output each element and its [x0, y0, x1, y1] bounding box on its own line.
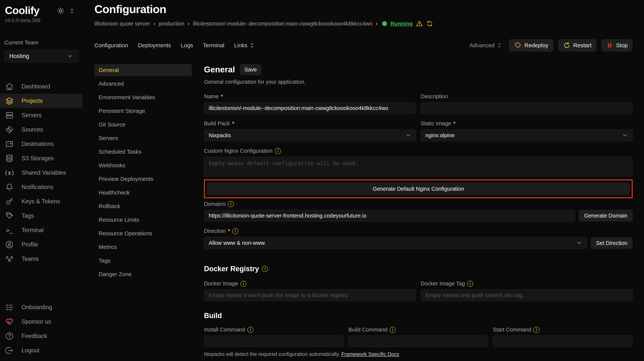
sidebar-item-sponsor-us[interactable]: Sponsor us	[0, 314, 82, 329]
restart-button[interactable]: Restart	[558, 39, 596, 52]
status-dot	[382, 21, 387, 26]
build-title: Build	[204, 312, 222, 320]
sidebar-item-label: Destinations	[22, 141, 54, 147]
sidebar-item-servers[interactable]: Servers	[0, 108, 82, 123]
advanced-dropdown[interactable]: Advanced	[469, 42, 502, 49]
team-select[interactable]: Hosting	[4, 50, 78, 62]
subnav-tags[interactable]: Tags	[94, 255, 192, 267]
sidebar-item-label: Tags	[22, 212, 34, 219]
subnav-resource-operations[interactable]: Resource Operations	[94, 227, 192, 239]
info-icon[interactable]: i	[232, 228, 238, 234]
status-badge[interactable]: Running	[390, 21, 413, 27]
sidebar-item-teams[interactable]: Teams	[0, 252, 82, 266]
home-icon	[5, 82, 14, 91]
sidebar-item-feedback[interactable]: Feedback	[0, 329, 82, 343]
build-command-input[interactable]	[348, 335, 488, 347]
subnav-general[interactable]: General	[94, 64, 192, 76]
info-icon[interactable]: i	[467, 281, 473, 287]
sidebar-item-keys-tokens[interactable]: Keys & Tokens	[0, 194, 82, 209]
direction-select[interactable]: Allow www & non-www.	[204, 237, 587, 249]
info-icon[interactable]: i	[240, 281, 246, 287]
docker-image-tag-input[interactable]	[420, 289, 633, 301]
sidebar-item-shared-variables[interactable]: (x) Shared Variables	[0, 166, 82, 180]
sidebar-item-label: S3 Storages	[22, 155, 54, 162]
description-label: Description	[420, 93, 448, 100]
subnav-resource-limits[interactable]: Resource Limits	[94, 214, 192, 226]
tab-links[interactable]: Links	[234, 42, 254, 49]
subnav-healthcheck[interactable]: Healthcheck	[94, 187, 192, 199]
sidebar-item-s3-storages[interactable]: S3 Storages	[0, 151, 82, 166]
sidebar-item-label: Keys & Tokens	[22, 198, 60, 205]
stop-pause-icon	[606, 42, 613, 49]
sidebar-item-terminal[interactable]: >_ Terminal	[0, 223, 82, 237]
sidebar-item-sources[interactable]: Sources	[0, 123, 82, 137]
docker-image-input[interactable]	[204, 289, 416, 301]
static-image-select[interactable]: nginx:alpine	[420, 129, 633, 141]
warning-icon[interactable]	[416, 20, 423, 27]
sidebar-item-profile[interactable]: Profile	[0, 237, 82, 252]
subnav-preview-deployments[interactable]: Preview Deployments	[94, 173, 192, 185]
name-input[interactable]	[204, 102, 416, 114]
chevron-updown-icon	[497, 43, 502, 48]
start-command-input[interactable]	[493, 335, 633, 347]
chevron-right-icon: ›	[376, 21, 378, 27]
description-input[interactable]	[420, 102, 633, 114]
variable-icon: (x)	[5, 169, 14, 177]
sidebar-item-notifications[interactable]: Notifications	[0, 180, 82, 194]
nginx-config-textarea[interactable]	[204, 157, 633, 177]
subnav-servers[interactable]: Servers	[94, 132, 192, 144]
info-icon[interactable]: i	[262, 266, 268, 272]
breadcrumb-project[interactable]: illicitonion quote server	[94, 21, 150, 27]
sidebar-item-dashboard[interactable]: Dashboard	[0, 79, 82, 94]
redeploy-button[interactable]: Redeploy	[509, 39, 553, 52]
annotation-highlight-rect: Generate Default Nginx Configuration	[204, 179, 633, 198]
subnav-webhooks[interactable]: Webhooks	[94, 159, 192, 171]
subnav-metrics[interactable]: Metrics	[94, 241, 192, 253]
sidebar-item-projects[interactable]: Projects	[0, 94, 82, 108]
framework-docs-link[interactable]: Framework Specific Docs	[341, 351, 399, 357]
set-direction-button[interactable]: Set Direction	[591, 237, 633, 249]
sidebar-nav: Dashboard Projects Servers Sources Desti…	[0, 79, 82, 266]
breadcrumb-resource[interactable]: illicitestonion/-module--decomposition:m…	[193, 21, 372, 27]
build-pack-select[interactable]: Nixpacks	[204, 129, 416, 141]
general-form: General Save General configuration for y…	[204, 64, 633, 361]
subnav-advanced[interactable]: Advanced	[94, 78, 192, 90]
subnav-rollback[interactable]: Rollback	[94, 200, 192, 212]
sidebar-item-label: Sources	[22, 126, 43, 133]
tab-terminal[interactable]: Terminal	[203, 42, 224, 49]
nginx-config-label: Custom Nginx Configuration	[204, 148, 272, 154]
sidebar-item-label: Servers	[22, 112, 42, 119]
install-command-input[interactable]	[204, 335, 344, 347]
sidebar-item-destinations[interactable]: Destinations	[0, 137, 82, 151]
save-button[interactable]: Save	[240, 64, 262, 75]
tab-configuration[interactable]: Configuration	[94, 42, 128, 49]
info-icon[interactable]: i	[275, 148, 281, 154]
subnav-scheduled-tasks[interactable]: Scheduled Tasks	[94, 146, 192, 158]
breadcrumb-environment[interactable]: production	[159, 21, 184, 27]
subnav-environment-variables[interactable]: Environment Variables	[94, 91, 192, 103]
subnav-persistent-storage[interactable]: Persistent Storage	[94, 105, 192, 117]
section-subtitle: General configuration for your applicati…	[204, 79, 633, 85]
info-icon[interactable]: i	[228, 201, 234, 207]
stop-button[interactable]: Stop	[601, 39, 633, 52]
subnav-git-source[interactable]: Git Source	[94, 119, 192, 131]
teams-icon	[5, 255, 14, 263]
refresh-icon[interactable]	[426, 20, 433, 27]
chevron-down-icon	[622, 132, 628, 138]
theme-toggle-sun-icon[interactable]	[57, 7, 64, 14]
info-icon[interactable]: i	[248, 327, 254, 333]
generate-domain-button[interactable]: Generate Domain	[579, 210, 633, 221]
info-icon[interactable]: i	[390, 327, 396, 333]
sidebar-item-onboarding[interactable]: Onboarding	[0, 300, 82, 314]
sidebar-item-tags[interactable]: Tags	[0, 209, 82, 223]
tab-logs[interactable]: Logs	[181, 42, 193, 49]
info-icon[interactable]: i	[533, 327, 539, 333]
domains-input[interactable]	[204, 210, 575, 221]
collapse-sidebar-icon[interactable]	[69, 8, 75, 14]
sidebar-item-label: Notifications	[22, 184, 54, 191]
sidebar-item-logout[interactable]: Logout	[0, 343, 82, 357]
tab-deployments[interactable]: Deployments	[138, 42, 171, 49]
docker-image-tag-label: Docker Image Tag	[420, 280, 465, 287]
subnav-danger-zone[interactable]: Danger Zone	[94, 268, 192, 280]
generate-nginx-config-button[interactable]: Generate Default Nginx Configuration	[207, 183, 630, 195]
